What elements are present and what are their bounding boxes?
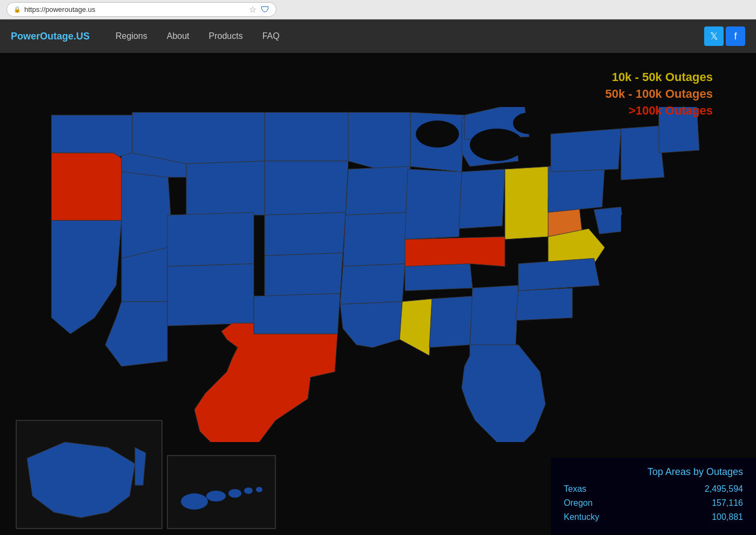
legend-level1: 10k - 50k Outages [605, 69, 713, 86]
svg-marker-18 [348, 112, 410, 169]
svg-point-56 [181, 493, 208, 510]
address-bar[interactable]: 🔒 https://poweroutage.us ☆ 🛡 [6, 2, 276, 17]
nav-social: 𝕏 f [704, 26, 745, 46]
svg-marker-36 [518, 258, 599, 291]
svg-point-44 [470, 129, 524, 161]
svg-point-46 [513, 112, 545, 134]
browser-chrome: 🔒 https://poweroutage.us ☆ 🛡 [0, 0, 756, 19]
svg-marker-40 [621, 126, 664, 180]
stats-title: Top Areas by Outages [564, 466, 743, 478]
lock-icon: 🔒 [14, 6, 21, 13]
svg-point-58 [228, 489, 241, 498]
svg-marker-37 [516, 288, 572, 320]
svg-marker-1 [51, 115, 132, 158]
nav-links: Regions About Products FAQ [106, 19, 289, 53]
svg-marker-4 [122, 166, 173, 258]
stats-row-oregon: Oregon 157,116 [564, 496, 743, 510]
bookmark-icon[interactable]: ☆ [249, 4, 256, 15]
svg-point-57 [206, 491, 226, 501]
svg-marker-20 [343, 212, 408, 266]
stats-row-texas: Texas 2,495,594 [564, 482, 743, 496]
svg-marker-31 [459, 169, 505, 229]
svg-marker-32 [405, 237, 505, 266]
shield-icon: 🛡 [261, 5, 269, 15]
nav-faq[interactable]: FAQ [253, 19, 289, 53]
svg-marker-28 [470, 285, 518, 347]
svg-marker-7 [186, 161, 265, 215]
svg-marker-41 [594, 207, 624, 234]
svg-marker-16 [254, 293, 340, 334]
svg-point-45 [416, 121, 459, 148]
nav-brand[interactable]: PowerOutage.US [11, 31, 90, 42]
svg-marker-13 [265, 161, 348, 215]
svg-marker-21 [340, 264, 405, 304]
svg-marker-12 [265, 112, 351, 161]
svg-marker-39 [551, 129, 621, 172]
url-text: https://poweroutage.us [24, 5, 96, 14]
stats-count-oregon: 157,116 [712, 498, 743, 508]
svg-marker-33 [505, 166, 551, 239]
svg-marker-9 [167, 212, 254, 266]
nav-about[interactable]: About [157, 19, 199, 53]
navbar: PowerOutage.US Regions About Products FA… [0, 19, 756, 53]
svg-point-59 [244, 487, 253, 494]
stats-state-oregon: Oregon [564, 498, 592, 508]
svg-marker-6 [132, 112, 265, 164]
nav-regions[interactable]: Regions [106, 19, 157, 53]
svg-marker-15 [265, 253, 343, 296]
svg-marker-2 [51, 153, 122, 220]
svg-marker-27 [429, 296, 473, 347]
main-content: 10k - 50k Outages 50k - 100k Outages >10… [0, 53, 756, 535]
svg-marker-25 [405, 169, 462, 239]
legend-level2: 50k - 100k Outages [605, 86, 713, 103]
twitter-button[interactable]: 𝕏 [704, 26, 724, 46]
svg-marker-19 [346, 166, 410, 215]
nav-products[interactable]: Products [199, 19, 253, 53]
stats-panel: Top Areas by Outages Texas 2,495,594 Ore… [551, 458, 756, 535]
svg-point-60 [256, 487, 262, 492]
legend-level3: >100k Outages [605, 103, 713, 119]
facebook-button[interactable]: f [726, 26, 745, 46]
stats-state-texas: Texas [564, 484, 586, 494]
svg-marker-11 [167, 264, 254, 326]
stats-state-kentucky: Kentucky [564, 512, 599, 522]
stats-count-kentucky: 100,881 [712, 512, 743, 522]
stats-count-texas: 2,495,594 [705, 484, 743, 494]
stats-row-kentucky: Kentucky 100,881 [564, 510, 743, 524]
legend: 10k - 50k Outages 50k - 100k Outages >10… [605, 69, 713, 119]
svg-marker-14 [265, 212, 346, 256]
